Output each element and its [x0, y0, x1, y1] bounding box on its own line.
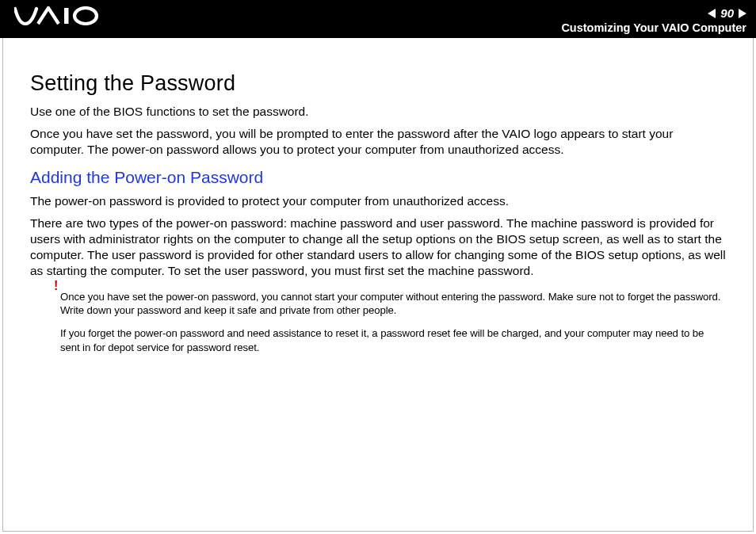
- paragraph: The power-on password is provided to pro…: [30, 193, 726, 209]
- next-page-icon[interactable]: [739, 9, 746, 18]
- paragraph: Use one of the BIOS functions to set the…: [30, 104, 726, 120]
- page-number: 90: [720, 6, 734, 20]
- header-right: 90 Customizing Your VAIO Computer: [561, 6, 746, 35]
- heading-2: Adding the Power-on Password: [30, 168, 726, 187]
- paragraph: There are two types of the power-on pass…: [30, 216, 726, 278]
- vaio-logo: [14, 0, 101, 35]
- caution-block: ! Once you have set the power-on passwor…: [30, 290, 726, 355]
- page-header: 90 Customizing Your VAIO Computer: [0, 0, 756, 38]
- section-title: Customizing Your VAIO Computer: [561, 21, 746, 35]
- heading-1: Setting the Password: [30, 71, 726, 96]
- svg-rect-0: [64, 8, 69, 24]
- page-navigator: 90: [708, 6, 746, 20]
- exclamation-icon: !: [54, 279, 58, 293]
- prev-page-icon[interactable]: [708, 9, 716, 18]
- page-content: Setting the Password Use one of the BIOS…: [0, 38, 756, 354]
- note-paragraph: If you forget the power-on password and …: [60, 326, 726, 354]
- paragraph: Once you have set the password, you will…: [30, 126, 726, 158]
- svg-point-1: [74, 8, 97, 24]
- note-paragraph: Once you have set the power-on password,…: [60, 290, 726, 318]
